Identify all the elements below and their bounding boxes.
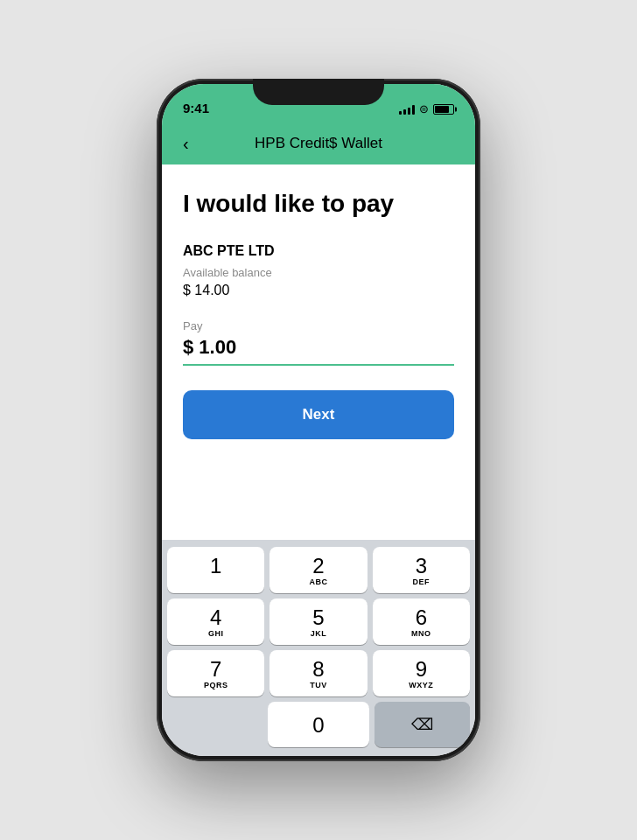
key-5[interactable]: 5 JKL	[270, 598, 367, 645]
delete-icon: ⌫	[411, 715, 433, 734]
pay-input-container: $ 1.00	[183, 336, 454, 366]
content-area: I would like to pay ABC PTE LTD Availabl…	[162, 164, 475, 540]
key-0[interactable]: 0	[268, 702, 370, 747]
key-3[interactable]: 3 DEF	[373, 547, 470, 593]
keyboard-row-2: 4 GHI 5 JKL 6 MNO	[167, 598, 470, 645]
phone-notch	[253, 79, 384, 105]
key-4[interactable]: 4 GHI	[167, 598, 264, 645]
page-title: I would like to pay	[183, 189, 454, 219]
signal-icon	[399, 104, 415, 115]
key-2[interactable]: 2 ABC	[270, 547, 367, 593]
app-header: ‹ HPB Credit$ Wallet	[162, 122, 475, 164]
key-7[interactable]: 7 PQRS	[167, 650, 264, 696]
pay-amount[interactable]: $ 1.00	[183, 336, 454, 359]
key-9[interactable]: 9 WXYZ	[373, 650, 470, 696]
phone-screen: 9:41 ⊜ ‹ HPB Credit$ Wallet I would l	[162, 84, 475, 756]
status-time: 9:41	[183, 101, 209, 116]
battery-icon	[433, 104, 454, 115]
keyboard-row-3: 7 PQRS 8 TUV 9 WXYZ	[167, 650, 470, 696]
pay-label: Pay	[183, 319, 454, 332]
key-6[interactable]: 6 MNO	[373, 598, 470, 645]
key-1[interactable]: 1	[167, 547, 264, 593]
keyboard-row-1: 1 2 ABC 3 DEF	[167, 547, 470, 593]
status-icons: ⊜	[399, 102, 454, 116]
keyboard-row-4: 0 ⌫	[167, 702, 470, 747]
merchant-name: ABC PTE LTD	[183, 243, 454, 259]
key-empty-left	[167, 702, 262, 747]
keyboard-area: 1 2 ABC 3 DEF 4 GHI 5	[162, 540, 475, 756]
key-delete[interactable]: ⌫	[374, 702, 470, 747]
phone-frame: 9:41 ⊜ ‹ HPB Credit$ Wallet I would l	[157, 79, 480, 761]
next-button[interactable]: Next	[183, 390, 454, 439]
wifi-icon: ⊜	[419, 102, 429, 116]
balance-amount: $ 14.00	[183, 283, 454, 298]
back-button[interactable]: ‹	[176, 130, 196, 158]
header-title: HPB Credit$ Wallet	[255, 135, 382, 152]
key-8[interactable]: 8 TUV	[270, 650, 367, 696]
balance-label: Available balance	[183, 266, 454, 279]
